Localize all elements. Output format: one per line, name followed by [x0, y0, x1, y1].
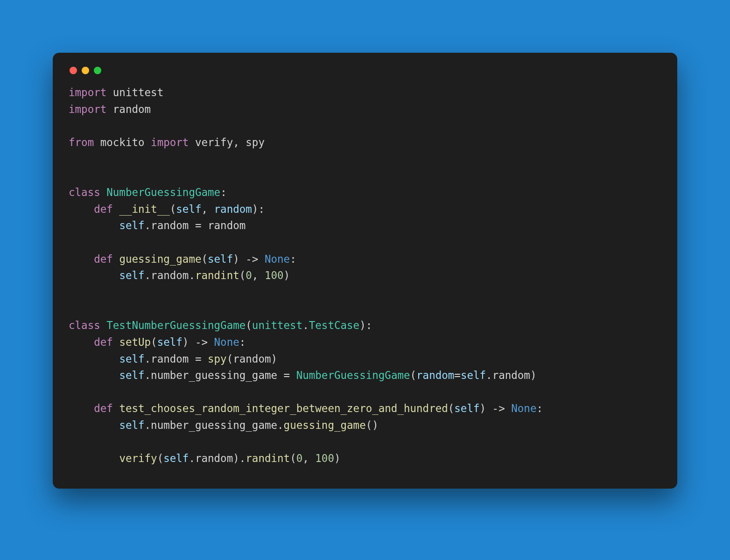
page-background: import unittest import random from mocki…: [0, 0, 730, 560]
minimize-icon[interactable]: [82, 67, 89, 74]
code-window: import unittest import random from mocki…: [53, 53, 677, 489]
close-icon[interactable]: [70, 67, 77, 74]
maximize-icon[interactable]: [94, 67, 101, 74]
window-controls: [69, 64, 661, 84]
code-block: import unittest import random from mocki…: [69, 84, 661, 467]
